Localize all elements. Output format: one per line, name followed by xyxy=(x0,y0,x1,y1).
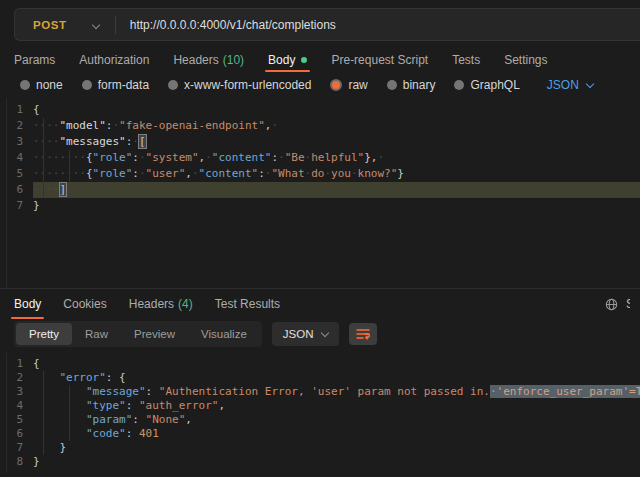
response-headers-count-badge: (4) xyxy=(178,297,193,311)
indent-guide xyxy=(43,118,44,198)
whitespace-dots: ···· xyxy=(33,119,60,132)
radio-graphql[interactable]: GraphQL xyxy=(454,78,519,92)
code-line[interactable]: 3····"messages":·[ xyxy=(7,134,640,150)
code-line[interactable]: 8} xyxy=(7,455,640,469)
code-line[interactable]: 6 "code": 401 xyxy=(7,427,640,441)
tab-params[interactable]: Params xyxy=(14,48,55,72)
whitespace-dots: · xyxy=(324,167,331,180)
raw-format-select[interactable]: JSON xyxy=(547,78,593,92)
whitespace-dots: · xyxy=(278,151,285,164)
code-line[interactable]: 2····"model":·"fake-openai-endpoint",· xyxy=(7,118,640,134)
line-number: 7 xyxy=(7,198,33,214)
response-tab-test-results[interactable]: Test Results xyxy=(215,289,280,319)
line-number: 4 xyxy=(7,150,33,166)
line-number: 6 xyxy=(7,182,33,198)
radio-icon xyxy=(168,80,178,90)
code-line[interactable]: 1{ xyxy=(7,102,640,118)
tab-authorization[interactable]: Authorization xyxy=(79,48,149,72)
response-body-editor[interactable]: 1{2 "error": {3 "message": "Authenticati… xyxy=(6,353,640,473)
response-tab-cookies[interactable]: Cookies xyxy=(63,289,106,319)
code-line[interactable]: 7} xyxy=(7,198,640,214)
radio-form-data[interactable]: form-data xyxy=(82,78,149,92)
response-tabs: Body Cookies Headers (4) Test Results S xyxy=(0,289,640,319)
line-number: 8 xyxy=(7,455,33,469)
response-tab-headers[interactable]: Headers (4) xyxy=(129,289,193,319)
active-tab-underline xyxy=(11,317,44,319)
whitespace-dots: · xyxy=(271,119,278,132)
radio-x-www-form-urlencoded[interactable]: x-www-form-urlencoded xyxy=(168,78,311,92)
body-type-row: none form-data x-www-form-urlencoded raw… xyxy=(0,72,640,98)
globe-icon xyxy=(605,298,618,311)
tab-body[interactable]: Body xyxy=(268,48,307,72)
code-line[interactable]: 6····] xyxy=(7,182,640,198)
code-line[interactable]: 1{ xyxy=(7,357,640,371)
code-line[interactable]: 5 "param": "None", xyxy=(7,413,640,427)
code-line[interactable]: 4 "type": "auth_error", xyxy=(7,399,640,413)
url-separator xyxy=(115,16,116,34)
code-line[interactable]: 3 "message": "Authentication Error, 'use… xyxy=(7,385,640,399)
tab-tests[interactable]: Tests xyxy=(452,48,480,72)
whitespace-dots: · xyxy=(305,167,312,180)
whitespace-dots: ···· xyxy=(33,183,60,196)
method-selector[interactable]: POST xyxy=(15,19,67,31)
response-format-dropdown[interactable]: JSON xyxy=(272,322,340,346)
line-number: 5 xyxy=(7,413,33,427)
request-body-editor[interactable]: 1{2····"model":·"fake-openai-endpoint",·… xyxy=(6,98,640,288)
radio-raw[interactable]: raw xyxy=(330,78,367,92)
radio-none[interactable]: none xyxy=(20,78,63,92)
code-line[interactable]: 4········{"role":·"system",·"content":·"… xyxy=(7,150,640,166)
indent-guide xyxy=(43,371,44,455)
chevron-down-icon xyxy=(586,79,594,87)
line-number: 3 xyxy=(7,134,33,150)
code-line[interactable]: 5········{"role":·"user",·"content":·"Wh… xyxy=(7,166,640,182)
view-preview[interactable]: Preview xyxy=(121,323,188,345)
whitespace-dots: · xyxy=(305,151,312,164)
wrap-text-icon xyxy=(355,327,371,341)
whitespace-dots: · xyxy=(490,385,497,398)
line-number: 5 xyxy=(7,166,33,182)
line-number: 3 xyxy=(7,385,33,399)
indent-guide xyxy=(69,150,70,182)
body-modified-dot-icon xyxy=(301,57,307,63)
request-url-bar: POST http://0.0.0.0:4000/v1/chat/complet… xyxy=(14,8,640,41)
whitespace-dots: ········ xyxy=(33,151,86,164)
radio-binary[interactable]: binary xyxy=(387,78,436,92)
whitespace-dots: · xyxy=(351,167,358,180)
line-number: 1 xyxy=(7,102,33,118)
view-raw[interactable]: Raw xyxy=(72,323,121,345)
code-line[interactable]: 7 } xyxy=(7,441,640,455)
whitespace-dots: · xyxy=(377,151,384,164)
radio-icon xyxy=(454,80,464,90)
line-number: 2 xyxy=(7,118,33,134)
line-number: 7 xyxy=(7,441,33,455)
request-tabs: Params Authorization Headers (10) Body P… xyxy=(0,48,640,72)
view-switcher: Pretty Raw Preview Visualize xyxy=(14,321,262,347)
status-text-clipped: S xyxy=(626,297,630,311)
method-chevron-down-icon[interactable] xyxy=(93,16,99,34)
chevron-down-icon xyxy=(321,328,329,336)
view-visualize[interactable]: Visualize xyxy=(188,323,260,345)
response-toolbar: Pretty Raw Preview Visualize JSON xyxy=(0,319,640,353)
tab-pre-request-script[interactable]: Pre-request Script xyxy=(331,48,428,72)
whitespace-dots: · xyxy=(139,151,146,164)
view-pretty[interactable]: Pretty xyxy=(16,323,72,345)
tab-headers[interactable]: Headers (10) xyxy=(173,48,244,72)
indent-guide xyxy=(69,385,70,441)
response-meta: S xyxy=(605,289,630,319)
whitespace-dots: · xyxy=(192,167,199,180)
wrap-text-button[interactable] xyxy=(349,323,377,345)
whitespace-dots: · xyxy=(205,151,212,164)
radio-icon xyxy=(387,80,397,90)
radio-icon xyxy=(82,80,92,90)
url-input[interactable]: http://0.0.0.0:4000/v1/chat/completions xyxy=(130,18,336,32)
line-number: 6 xyxy=(7,427,33,441)
line-number: 1 xyxy=(7,357,33,371)
whitespace-dots: · xyxy=(139,167,146,180)
tab-settings[interactable]: Settings xyxy=(504,48,547,72)
code-line[interactable]: 2 "error": { xyxy=(7,371,640,385)
response-tab-body[interactable]: Body xyxy=(14,289,41,319)
headers-count-badge: (10) xyxy=(223,53,244,67)
whitespace-dots: · xyxy=(132,135,139,148)
active-tab-underline xyxy=(265,70,310,72)
line-number: 2 xyxy=(7,371,33,385)
